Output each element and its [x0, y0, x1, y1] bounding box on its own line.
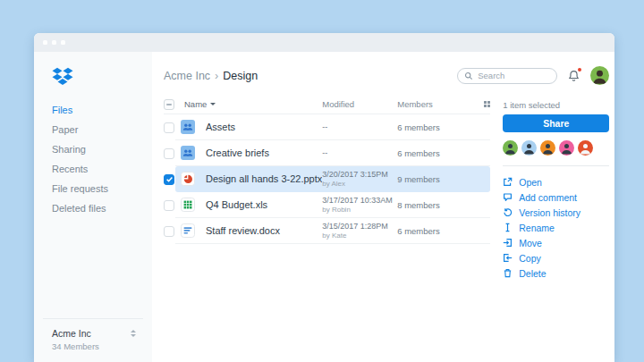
table-header: Name Modified Members	[164, 95, 490, 114]
action-label: Rename	[519, 223, 555, 233]
breadcrumb-separator: ›	[215, 70, 218, 82]
column-header-modified[interactable]: Modified	[322, 99, 397, 109]
search-icon	[464, 68, 473, 84]
file-modified: 3/17/2017 10:33AM	[322, 196, 397, 206]
selection-status: 1 item selected	[503, 95, 609, 114]
file-modified: --	[322, 122, 397, 132]
search-input[interactable]	[478, 71, 549, 80]
window-control-dot[interactable]	[43, 40, 47, 45]
file-table: Name Modified Members	[164, 95, 490, 281]
file-name: Creative briefs	[206, 147, 322, 158]
sidebar-item-recents[interactable]: Recents	[34, 159, 152, 179]
share-button[interactable]: Share	[503, 114, 609, 132]
member-avatars	[503, 140, 609, 156]
member-avatar[interactable]	[503, 140, 518, 156]
file-modified: 3/15/2017 1:28PM	[322, 222, 397, 232]
app-window: Files Paper Sharing Recents File request…	[34, 33, 614, 362]
file-actions: Open Add comment Version history	[503, 174, 609, 281]
file-members: 9 members	[397, 174, 476, 184]
row-checkbox[interactable]	[164, 200, 174, 211]
sidebar-nav: Files Paper Sharing Recents File request…	[34, 100, 152, 218]
file-name: Design all hands 3-22.pptx	[206, 173, 322, 184]
column-header-name[interactable]: Name	[184, 99, 322, 109]
file-modified-by: by Robin	[322, 206, 397, 215]
table-row[interactable]: Creative briefs -- 6 members	[164, 140, 490, 166]
member-avatar[interactable]	[578, 140, 593, 156]
window-titlebar[interactable]	[34, 33, 614, 52]
breadcrumb-current: Design	[223, 70, 258, 82]
sidebar-item-files[interactable]: Files	[34, 100, 152, 120]
grid-view-icon[interactable]	[484, 101, 491, 108]
workspace-name: Acme Inc	[52, 328, 91, 339]
sort-desc-icon	[210, 103, 216, 105]
search-box[interactable]	[457, 68, 557, 84]
action-version-history[interactable]: Version history	[503, 205, 609, 220]
comment-icon	[503, 192, 513, 202]
action-move[interactable]: Move	[503, 235, 609, 250]
member-avatar[interactable]	[540, 140, 555, 156]
row-checkbox[interactable]	[164, 122, 174, 133]
selection-panel: 1 item selected Share	[503, 95, 609, 281]
main-content: Acme Inc › Design	[152, 52, 622, 362]
action-label: Move	[519, 238, 542, 248]
file-modified: 3/20/2017 3:15PM	[322, 170, 397, 180]
sidebar-item-deleted-files[interactable]: Deleted files	[34, 198, 152, 218]
file-name: Q4 Budget.xls	[206, 199, 322, 210]
file-members: 6 members	[397, 122, 476, 132]
window-control-dot[interactable]	[52, 40, 56, 45]
sidebar-item-sharing[interactable]: Sharing	[34, 139, 152, 159]
user-avatar[interactable]	[590, 66, 609, 85]
file-members: 8 members	[397, 200, 476, 210]
workspace-member-count: 34 Members	[52, 341, 140, 351]
file-name: Staff review.docx	[206, 225, 322, 236]
select-all-checkbox[interactable]	[164, 99, 174, 110]
action-label: Delete	[519, 268, 546, 279]
row-checkbox[interactable]	[164, 226, 174, 237]
panel-divider	[503, 165, 609, 166]
column-header-members[interactable]: Members	[397, 99, 476, 109]
member-avatar[interactable]	[521, 140, 537, 156]
powerpoint-file-icon	[181, 172, 195, 186]
sidebar-item-file-requests[interactable]: File requests	[34, 179, 152, 198]
shared-folder-icon	[181, 146, 195, 160]
action-label: Copy	[519, 253, 541, 264]
file-modified-by: by Alex	[322, 180, 397, 189]
action-label: Open	[519, 177, 542, 188]
workspace-switcher[interactable]: Acme Inc 34 Members	[43, 318, 143, 362]
notification-badge	[578, 68, 582, 72]
file-members: 6 members	[397, 148, 476, 158]
action-label: Add comment	[519, 192, 577, 203]
sidebar: Files Paper Sharing Recents File request…	[34, 52, 152, 362]
history-icon	[503, 207, 513, 217]
row-checkbox-checked[interactable]	[164, 174, 174, 185]
dropbox-logo-icon[interactable]	[52, 67, 73, 86]
word-file-icon	[181, 223, 195, 238]
action-rename[interactable]: Rename	[503, 220, 609, 235]
table-row[interactable]: Assets -- 6 members	[164, 114, 490, 140]
workspace-chevron-icon	[131, 330, 136, 337]
file-members: 6 members	[397, 226, 476, 236]
excel-file-icon	[181, 198, 195, 212]
table-row-selected[interactable]: Design all hands 3-22.pptx 3/20/2017 3:1…	[164, 166, 490, 192]
shared-folder-icon	[181, 120, 195, 134]
file-name: Assets	[206, 122, 322, 132]
action-add-comment[interactable]: Add comment	[503, 189, 609, 205]
breadcrumb-parent[interactable]: Acme Inc	[164, 70, 210, 82]
notifications-button[interactable]	[567, 69, 580, 83]
trash-icon	[503, 268, 513, 278]
breadcrumb: Acme Inc › Design	[164, 70, 258, 82]
action-open[interactable]: Open	[503, 174, 609, 189]
action-label: Version history	[519, 207, 580, 218]
table-row[interactable]: Staff review.docx 3/15/2017 1:28PM by Ka…	[164, 218, 490, 244]
action-copy[interactable]: Copy	[503, 250, 609, 265]
row-checkbox[interactable]	[164, 148, 174, 159]
sidebar-item-paper[interactable]: Paper	[34, 120, 152, 139]
action-delete[interactable]: Delete	[503, 265, 609, 281]
member-avatar[interactable]	[559, 140, 574, 156]
table-row[interactable]: Q4 Budget.xls 3/17/2017 10:33AM by Robin…	[164, 192, 490, 218]
copy-icon	[503, 253, 513, 263]
desktop-background: Files Paper Sharing Recents File request…	[0, 0, 644, 362]
rename-icon	[503, 223, 513, 232]
file-modified: --	[322, 148, 397, 158]
window-control-dot[interactable]	[61, 40, 65, 45]
